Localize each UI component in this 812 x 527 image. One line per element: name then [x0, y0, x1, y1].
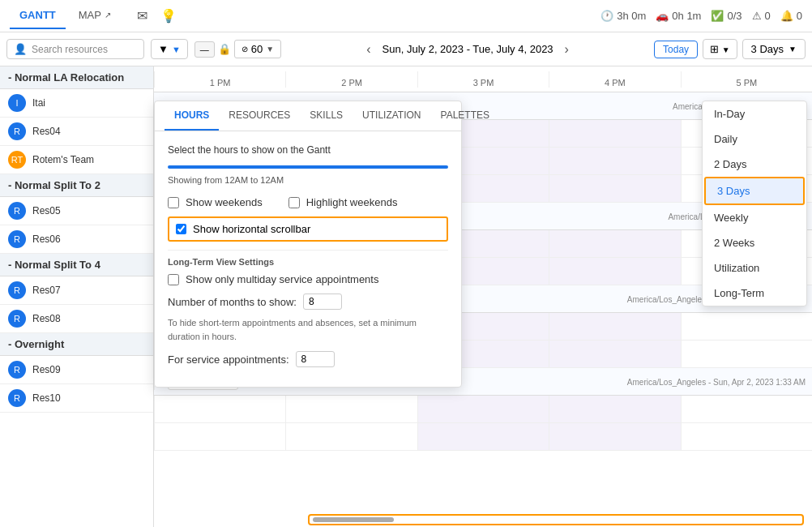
gantt-cell [417, 396, 549, 422]
date-range-label: Sun, July 2, 2023 - Tue, July 4, 2023 [382, 43, 553, 55]
time-slot-3pm: 3 PM [417, 71, 549, 88]
list-item[interactable]: R Res09 [0, 356, 153, 384]
dropdown-item-inday[interactable]: In-Day [703, 101, 806, 126]
toolbar-controls: — 🔒 ⊘ 60 ▼ [194, 40, 281, 58]
days-dropdown[interactable]: 3 Days ▼ [742, 39, 806, 59]
modal-body: Select the hours to show on the Gantt Sh… [155, 131, 461, 387]
search-box[interactable]: 👤 Search resources [6, 39, 144, 59]
modal-tabs: HOURS RESOURCES SKILLS UTILIZATION PALET… [155, 101, 461, 131]
expand-button[interactable]: — [194, 41, 215, 58]
clock-icon: 🕐 [600, 10, 613, 22]
grid-chevron: ▼ [722, 45, 730, 54]
show-weekends-checkbox[interactable] [168, 197, 179, 208]
list-item[interactable]: R Res08 [0, 305, 153, 333]
dropdown-item-utilization[interactable]: Utilization [703, 255, 806, 281]
list-item[interactable]: R Res07 [0, 276, 153, 305]
list-item[interactable]: R Res06 [0, 225, 153, 254]
avatar: RT [8, 151, 26, 169]
grid-view-button[interactable]: ⊞ ▼ [703, 39, 737, 59]
dropdown-item-daily[interactable]: Daily [703, 126, 806, 152]
external-link-icon: ↗ [105, 11, 111, 19]
tab-skills[interactable]: SKILLS [300, 101, 353, 131]
dropdown-item-2days[interactable]: 2 Days [703, 152, 806, 177]
dropdown-item-3days[interactable]: 3 Days [704, 177, 805, 205]
show-multiday-checkbox[interactable] [168, 274, 179, 285]
tab-map[interactable]: MAP ↗ [69, 2, 121, 29]
dropdown-item-weekly[interactable]: Weekly [703, 205, 806, 230]
gantt-cell [681, 396, 812, 422]
filter-icon2: ▼ [172, 45, 181, 54]
group-normal-split-4: - Normal Split To 4 [0, 254, 153, 276]
resource-name: Res10 [32, 392, 61, 404]
filter-button[interactable]: ▼ ▼ [151, 39, 188, 59]
time-slots: 1 PM 2 PM 3 PM 4 PM 5 PM [154, 71, 812, 88]
list-item[interactable]: RT Rotem's Team [0, 146, 153, 174]
dropdown-item-longterm[interactable]: Long-Term [703, 281, 806, 306]
mail-icon[interactable]: ✉ [137, 8, 147, 24]
list-item[interactable]: I Itai [0, 89, 153, 118]
highlight-weekends-checkbox[interactable] [288, 197, 300, 208]
list-item[interactable]: R Res05 [0, 197, 153, 225]
num-badge[interactable]: ⊘ 60 ▼ [234, 40, 281, 58]
gantt-cell [417, 423, 549, 450]
gantt-cell [154, 396, 285, 422]
time-slot-5pm: 5 PM [681, 71, 812, 88]
avatar: R [8, 281, 26, 299]
date-navigation: ‹ Sun, July 2, 2023 - Tue, July 4, 2023 … [361, 41, 574, 58]
main-content: - Normal LA Relocation I Itai R Res04 RT… [0, 66, 812, 527]
hours-slider[interactable] [168, 165, 448, 169]
resource-name: Itai [32, 97, 45, 109]
horizontal-scrollbar[interactable] [308, 514, 804, 525]
time-slot-1pm: 1 PM [154, 71, 285, 88]
bulb-icon[interactable]: 💡 [160, 8, 177, 24]
tab-gantt[interactable]: GANTT [10, 2, 66, 29]
show-scrollbar-checkbox[interactable] [176, 224, 186, 234]
time-slot-4pm: 4 PM [549, 71, 680, 88]
tab-hours[interactable]: HOURS [165, 101, 219, 131]
gantt-cell [681, 313, 812, 340]
avatar: R [8, 122, 26, 140]
group-normal-la: - Normal LA Relocation [0, 66, 153, 89]
avatar: R [8, 310, 26, 328]
list-item[interactable]: R Res04 [0, 118, 153, 146]
timezone-label: America/Los_Angeles - Sun, Apr 2, 2023 1… [627, 377, 806, 386]
avatar: I [8, 94, 26, 112]
top-stats: 🕐 3h 0m 🚗 0h 1m ✅ 0/3 ⚠ 0 🔔 0 [600, 10, 802, 22]
service-appointments-label: For service appointments: [168, 353, 289, 366]
tab-palettes[interactable]: PALETTES [431, 101, 499, 131]
group-name: - Overnight [8, 338, 64, 350]
gantt-cell [681, 423, 812, 450]
description-text: To hide short-term appointments and abse… [168, 316, 448, 343]
service-appointments-row: For service appointments: [168, 351, 448, 367]
group-name: - Normal Split To 2 [8, 179, 100, 191]
months-input[interactable] [303, 293, 342, 310]
resource-name: Res05 [32, 205, 61, 216]
stat-drive: 🚗 0h 1m [656, 10, 701, 22]
gantt-cell [549, 423, 680, 450]
resource-name: Res08 [32, 313, 61, 324]
avatar: R [8, 202, 26, 220]
person-icon: 👤 [14, 43, 27, 55]
drive-value: 0h 1m [672, 10, 701, 22]
scrollbar-thumb [313, 517, 394, 522]
list-item[interactable]: R Res10 [0, 384, 153, 413]
group-normal-split-2: - Normal Split To 2 [0, 174, 153, 197]
multiday-label: Show only multiday service appointments [186, 273, 378, 285]
dropdown-item-2weeks[interactable]: 2 Weeks [703, 230, 806, 255]
resource-name: Rotem's Team [32, 154, 94, 165]
gantt-row [154, 423, 812, 451]
avatar: R [8, 230, 26, 248]
tab-group: GANTT MAP ↗ ✉ 💡 [10, 2, 177, 29]
bell-value: 0 [797, 10, 802, 22]
multiday-row: Show only multiday service appointments [168, 273, 448, 285]
next-button[interactable]: › [560, 41, 574, 58]
tab-utilization[interactable]: UTILIZATION [353, 101, 430, 131]
prev-button[interactable]: ‹ [361, 41, 375, 58]
show-scrollbar-label: Show horizontal scrollbar [193, 223, 310, 235]
gantt-cell [285, 396, 417, 422]
service-appointments-input[interactable] [296, 351, 335, 367]
today-button[interactable]: Today [654, 41, 698, 58]
gantt-cell [549, 341, 680, 367]
tab-resources[interactable]: RESOURCES [219, 101, 300, 131]
hours-value: 3h 0m [617, 10, 646, 22]
